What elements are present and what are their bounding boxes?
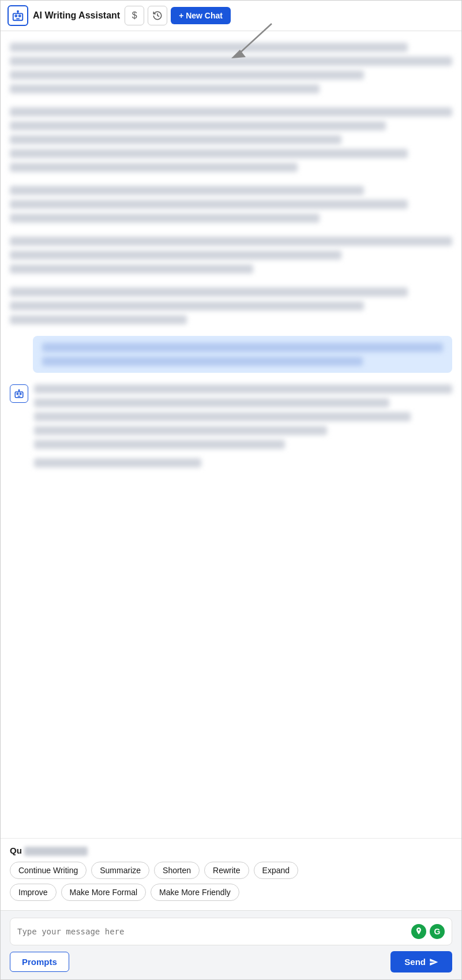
chat-area (1, 31, 461, 838)
blurred-line (10, 315, 187, 324)
prompt-chip-make-formal[interactable]: Make More Formal (61, 884, 146, 901)
blurred-line (10, 250, 341, 260)
blurred-line (34, 398, 389, 407)
blurred-line (10, 186, 364, 195)
svg-point-1 (17, 11, 18, 12)
header: AI Writing Assistant $ + New Chat (1, 1, 461, 31)
send-label: Send (404, 957, 426, 967)
blurred-line (10, 70, 364, 80)
header-logo: AI Writing Assistant (7, 5, 120, 26)
quick-prompts-title-blurred (24, 847, 88, 856)
chat-message-3 (10, 184, 452, 225)
prompt-chip-improve[interactable]: Improve (10, 884, 57, 901)
blurred-line (34, 412, 411, 421)
chat-message-4 (10, 234, 452, 276)
blurred-line (10, 301, 364, 311)
bot-avatar-icon (10, 384, 28, 403)
blurred-line (10, 237, 452, 246)
prompts-row-1: Continue Writing Summarize Shorten Rewri… (10, 862, 452, 879)
blurred-line (10, 135, 341, 144)
header-actions: $ + New Chat (125, 6, 231, 25)
blurred-line (10, 57, 452, 66)
blurred-line (34, 384, 452, 394)
blurred-line (10, 264, 253, 274)
blurred-line (34, 426, 327, 435)
svg-rect-9 (20, 393, 21, 394)
robot-icon (7, 5, 28, 26)
prompts-row-2: Improve Make More Formal Make More Frien… (10, 884, 452, 901)
history-icon-button[interactable] (148, 6, 167, 25)
app-container: AI Writing Assistant $ + New Chat (0, 0, 462, 980)
blurred-line (42, 343, 443, 352)
chat-message-1 (10, 40, 452, 96)
bot-message (10, 382, 452, 470)
chat-message-5 (10, 285, 452, 327)
blurred-line (10, 149, 408, 158)
message-input[interactable] (17, 927, 407, 936)
blurred-line (10, 163, 298, 172)
svg-rect-2 (15, 15, 17, 17)
prompts-button[interactable]: Prompts (10, 952, 69, 972)
chat-message-2 (10, 105, 452, 174)
input-icons: G (411, 924, 445, 939)
grammarly-icon: G (430, 924, 445, 939)
input-area: G Prompts Send (1, 910, 461, 979)
blurred-line (10, 121, 386, 130)
location-pin-icon (411, 924, 426, 939)
send-button[interactable]: Send (390, 951, 452, 972)
prompt-chip-continue-writing[interactable]: Continue Writing (10, 862, 87, 879)
quick-prompts-section: Qu Continue Writing Summarize Shorten Re… (1, 838, 461, 910)
blurred-line (10, 107, 452, 117)
prompt-chip-shorten[interactable]: Shorten (154, 862, 200, 879)
blurred-line (10, 287, 408, 297)
svg-rect-8 (17, 393, 18, 394)
svg-rect-3 (19, 15, 21, 17)
blurred-line (10, 84, 320, 93)
bottom-row: Prompts Send (10, 951, 452, 972)
new-chat-label: + New Chat (179, 11, 223, 20)
prompt-chip-expand[interactable]: Expand (254, 862, 298, 879)
blurred-line (10, 200, 408, 209)
svg-point-7 (18, 390, 20, 391)
app-title: AI Writing Assistant (33, 10, 120, 21)
blurred-line (34, 458, 201, 467)
prompt-chip-make-friendly[interactable]: Make More Friendly (151, 884, 239, 901)
input-row: G (10, 918, 452, 945)
new-chat-button[interactable]: + New Chat (171, 7, 231, 24)
prompt-chip-rewrite[interactable]: Rewrite (204, 862, 249, 879)
dollar-icon-button[interactable]: $ (125, 6, 144, 25)
user-message-bubble (33, 336, 452, 373)
svg-rect-6 (15, 392, 23, 398)
blurred-line (10, 214, 320, 223)
quick-prompts-title: Qu (10, 846, 452, 856)
quick-prompts-title-visible: Qu (10, 846, 22, 855)
prompt-chip-summarize[interactable]: Summarize (91, 862, 149, 879)
svg-rect-0 (13, 13, 23, 20)
bot-message-content (34, 382, 452, 470)
blurred-line (42, 357, 363, 366)
blurred-line (34, 440, 285, 449)
blurred-line (10, 43, 408, 52)
